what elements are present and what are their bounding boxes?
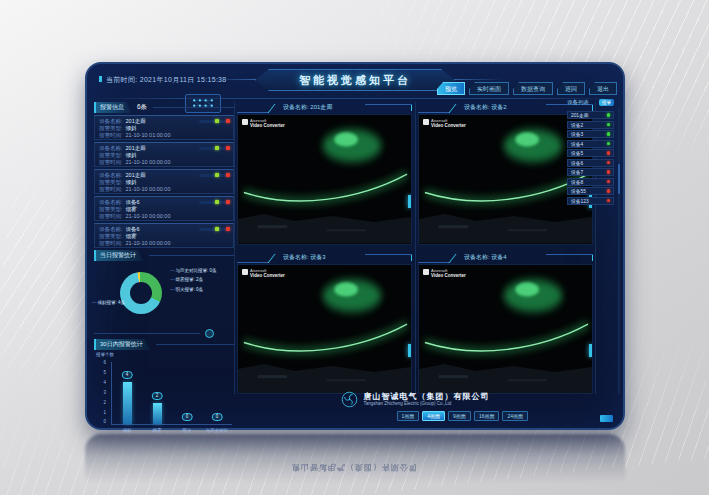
video-device-title: 设备名称: 设备4: [464, 253, 507, 262]
device-list-item[interactable]: 设备4: [567, 140, 614, 148]
video-panel-1: 设备名称: 201走廊 AiseesoftVideo Converter: [237, 102, 412, 245]
device-status-dot: [607, 113, 611, 117]
device-status-dot: [607, 170, 611, 174]
layout-button-16画面[interactable]: 16画面: [474, 411, 500, 421]
donut-label: 明火报警: 0条: [170, 287, 203, 292]
main-nav: 预览实时画面数据查询巡回退出: [437, 82, 617, 95]
slash-decoration: [267, 254, 281, 263]
watermark-logo-icon: [423, 269, 429, 275]
layout-button-1画面[interactable]: 1画面: [397, 411, 420, 421]
layout-button-4画面[interactable]: 4画面: [422, 411, 445, 421]
slash-decoration: [448, 104, 462, 113]
circuit-divider: [94, 328, 234, 338]
camera-video-frame: [419, 265, 592, 394]
corner-bracket: [406, 104, 412, 111]
alarm-status-indicator: [199, 201, 229, 204]
device-list-item[interactable]: 设备3: [567, 130, 614, 138]
device-status-dot: [607, 151, 611, 155]
alarm-count: 6条: [137, 103, 147, 112]
alarm-list: 设备名称:201走廊报警类型:倾斜报警时间:21-10-10 01:00:00设…: [94, 115, 234, 248]
video-watermark: AiseesoftVideo Converter: [423, 269, 466, 278]
company-name-en: Tangshan Zhicheng Electric (Group) Co.,L…: [364, 401, 490, 407]
bar-2: 2烟雾: [145, 362, 169, 424]
donut-ring: [120, 272, 162, 314]
device-status-dot: [607, 123, 611, 127]
watermark-logo-icon: [242, 269, 248, 275]
camera-video-frame: [238, 265, 411, 394]
video-grid: 设备名称: 201走廊 AiseesoftVideo Converter 设备名…: [234, 102, 596, 394]
scrollbar-decoration[interactable]: [618, 106, 620, 394]
nav-button-1[interactable]: 预览: [437, 82, 465, 95]
nav-button-5[interactable]: 退出: [589, 82, 617, 95]
donut-label: 与历史对比报警: 0条: [170, 268, 217, 273]
alarm-item[interactable]: 设备名称:201走廊报警类型:倾斜报警时间:21-10-10 00:00:00: [94, 169, 234, 194]
corner-bracket: [406, 254, 412, 261]
device-list-item[interactable]: 设备2: [567, 121, 614, 129]
slash-decoration: [448, 254, 462, 263]
alarm-status-indicator: [199, 120, 229, 123]
video-panel-header: 设备名称: 201走廊: [237, 102, 412, 113]
video-panel-4: 设备名称: 设备4 AiseesoftVideo Converter: [418, 252, 593, 395]
today-stats-title: 当日报警统计: [94, 250, 143, 261]
device-list-item[interactable]: 设备5: [567, 149, 614, 157]
donut-label: 烟雾报警: 2条: [170, 277, 203, 282]
app-title: 智能视觉感知平台: [299, 73, 411, 88]
y-axis-label: 报警个数: [96, 352, 114, 357]
left-sidebar: 报警信息 6条 设备名称:201走廊报警类型:倾斜报警时间:21-10-10 0…: [94, 101, 234, 438]
video-feed[interactable]: AiseesoftVideo Converter: [418, 264, 593, 395]
video-panel-header: 设备名称: 设备4: [418, 252, 593, 263]
device-status-dot: [607, 161, 611, 165]
device-list-item[interactable]: 设备8: [567, 178, 614, 186]
video-device-title: 设备名称: 设备3: [283, 253, 326, 262]
video-device-title: 设备名称: 设备2: [464, 103, 507, 112]
app-title-banner: 智能视觉感知平台: [255, 69, 455, 91]
device-list-item[interactable]: 设备6: [567, 159, 614, 167]
alarm-item[interactable]: 设备名称:设备6报警类型:烟雾报警时间:21-10-10 00:00:00: [94, 223, 234, 248]
footer: 唐山智诚电气（集团）有限公司 Tangshan Zhicheng Electri…: [234, 391, 596, 421]
device-list-item[interactable]: 设备7: [567, 168, 614, 176]
device-list: 201走廊设备2设备3设备4设备5设备6设备7设备8设备55设备123: [567, 111, 614, 205]
bar-4: 0与历史对比: [205, 362, 229, 424]
nav-button-2[interactable]: 实时画面: [469, 82, 509, 95]
alarm-item[interactable]: 设备名称:设备6报警类型:烟雾报警时间:21-10-10 00:00:00: [94, 196, 234, 221]
device-list-item[interactable]: 设备55: [567, 187, 614, 195]
alarm-status-indicator: [199, 147, 229, 150]
device-status-dot: [607, 142, 611, 146]
bar-3: 0明火: [175, 362, 199, 424]
alarm-item[interactable]: 设备名称:201走廊报警类型:倾斜报警时间:21-10-10 01:00:00: [94, 115, 234, 140]
video-feed[interactable]: AiseesoftVideo Converter: [237, 264, 412, 395]
video-watermark: AiseesoftVideo Converter: [423, 119, 466, 128]
alarm-status-indicator: [199, 228, 229, 231]
slash-decoration: [267, 104, 281, 113]
camera-video-frame: [238, 115, 411, 244]
corner-chip: [600, 415, 613, 422]
video-watermark: AiseesoftVideo Converter: [242, 119, 285, 128]
device-list-item[interactable]: 201走廊: [567, 111, 614, 119]
video-panel-header: 设备名称: 设备3: [237, 252, 412, 263]
divider: [149, 255, 234, 256]
dashboard-reflection: [85, 434, 625, 492]
watermark-logo-icon: [242, 119, 248, 125]
nav-button-3[interactable]: 数据查询: [513, 82, 553, 95]
device-status-dot: [607, 189, 611, 193]
device-alarm-button[interactable]: 报警: [599, 99, 614, 106]
cyan-accent: [408, 344, 411, 357]
device-status-dot: [607, 132, 611, 136]
device-list-item[interactable]: 设备123: [567, 197, 614, 205]
cyan-accent: [589, 344, 592, 357]
header-divider: [95, 98, 615, 99]
layout-button-24画面[interactable]: 24画面: [502, 411, 528, 421]
divider: [153, 107, 234, 108]
video-device-title: 设备名称: 201走廊: [283, 103, 332, 112]
dashboard-panel: 当前时间: 2021年10月11日 15:15:38 智能视觉感知平台 预览实时…: [85, 62, 625, 430]
layout-button-9画面[interactable]: 9画面: [448, 411, 471, 421]
cyan-accent: [408, 195, 411, 208]
nav-button-4[interactable]: 巡回: [557, 82, 585, 95]
reflection-text: 唐山智诚电气（集团）有限公司: [85, 462, 625, 473]
video-panel-3: 设备名称: 设备3 AiseesoftVideo Converter: [237, 252, 412, 395]
monthly-stats-title: 30日内报警统计: [94, 339, 150, 350]
corner-bracket: [587, 254, 593, 261]
video-feed[interactable]: AiseesoftVideo Converter: [237, 114, 412, 245]
alarm-item[interactable]: 设备名称:201走廊报警类型:倾斜报警时间:21-10-10 00:00:00: [94, 142, 234, 167]
device-list-sidebar: 设备列表 报警 201走廊设备2设备3设备4设备5设备6设备7设备8设备55设备…: [567, 97, 614, 206]
